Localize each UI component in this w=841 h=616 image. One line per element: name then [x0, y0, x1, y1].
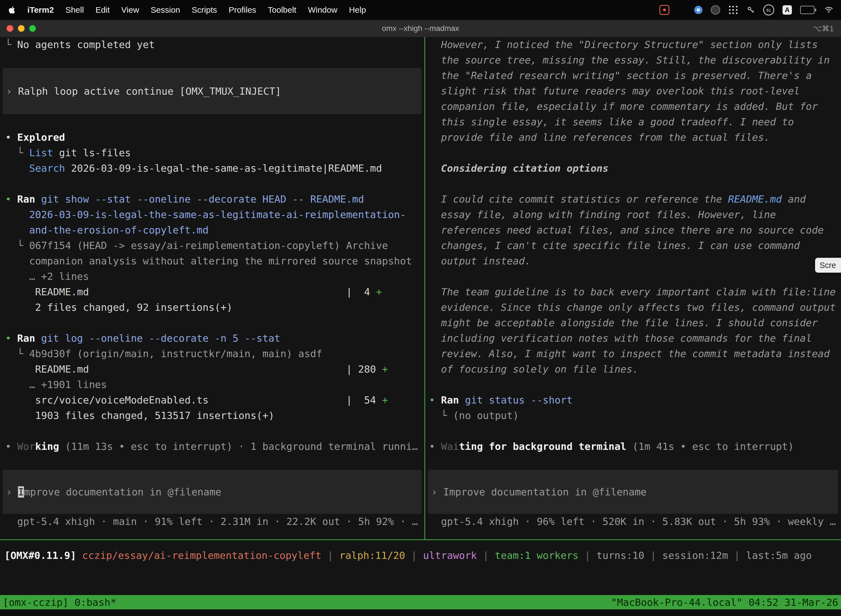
terminal-line: might be acceptable alongside the file l…	[425, 315, 841, 331]
blank-line	[425, 377, 841, 392]
terminal-line: └ No agents completed yet	[0, 37, 424, 53]
terminal-line: • Explored	[0, 130, 424, 145]
terminal-line: • Ran git log --oneline --decorate -n 5 …	[0, 331, 424, 346]
terminal: └ No agents completed yet› Ralph loop ac…	[0, 37, 841, 539]
terminal-line: the source tree, missing the essay. Stil…	[425, 53, 841, 68]
tmux-session-window[interactable]: [omx-cczip] 0:bash*	[3, 597, 116, 608]
terminal-line: the "Related research writing" section i…	[425, 68, 841, 84]
terminal-line: review. Also, I might want to inspect th…	[425, 346, 841, 362]
terminal-line: companion analysis without altering the …	[0, 253, 424, 269]
grid-app-icon[interactable]	[678, 6, 686, 14]
blank-line	[425, 176, 841, 192]
terminal-line: slight risk that future readers may over…	[425, 84, 841, 99]
blue-app-icon[interactable]	[694, 6, 702, 14]
terminal-line: gpt-5.4 xhigh · main · 91% left · 2.31M …	[0, 514, 424, 529]
terminal-line: └ 4b9d30f (origin/main, instructkr/main,…	[0, 346, 424, 362]
terminal-line: Search 2026-03-09-is-legal-the-same-as-l…	[0, 161, 424, 176]
terminal-line: • Waiting for background terminal (1m 41…	[425, 439, 841, 454]
terminal-line: 2 files changed, 92 insertions(+)	[0, 300, 424, 315]
battery-icon[interactable]	[800, 6, 816, 14]
terminal-line: … +1901 lines	[0, 377, 424, 392]
blank-line	[0, 53, 424, 68]
terminal-line: evidence. Since this change only affects…	[425, 300, 841, 315]
window-title: omx --xhigh --madmax	[382, 24, 459, 33]
close-button[interactable]	[7, 25, 13, 32]
terminal-line: 1903 files changed, 513517 insertions(+)	[0, 408, 424, 423]
gauge-icon[interactable]: 61	[763, 4, 774, 15]
zoom-button[interactable]	[29, 25, 36, 32]
terminal-line: The team guideline is to back every impo…	[425, 284, 841, 300]
terminal-line: gpt-5.4 xhigh · 96% left · 520K in · 5.8…	[425, 514, 841, 529]
terminal-line: companion file, especially if more comme…	[425, 99, 841, 114]
blank-line	[0, 176, 424, 192]
menu-bar: iTerm2ShellEditViewSessionScriptsProfile…	[0, 0, 841, 20]
menu-session[interactable]: Session	[145, 5, 186, 14]
blank-line	[425, 454, 841, 470]
menu-profiles[interactable]: Profiles	[223, 5, 262, 14]
terminal-line: provide file and line references from th…	[425, 130, 841, 145]
apple-menu-icon[interactable]	[0, 6, 22, 14]
inject-banner: › Ralph loop active continue [OMX_TMUX_I…	[3, 68, 422, 114]
screen: iTerm2ShellEditViewSessionScriptsProfile…	[0, 0, 841, 616]
menu-items: iTerm2ShellEditViewSessionScriptsProfile…	[22, 5, 372, 15]
tmux-host-clock: "MacBook-Pro-44.local" 04:52 31-Mar-26	[611, 597, 838, 608]
terminal-line: README.md | 280 +	[0, 362, 424, 377]
traffic-lights	[7, 25, 36, 32]
terminal-line: • Ran git show --stat --oneline --decora…	[0, 192, 424, 207]
terminal-line: of focusing solely on file lines.	[425, 362, 841, 377]
terminal-line: essay file, along with finding root file…	[425, 207, 841, 223]
blank-line	[0, 315, 424, 331]
terminal-line: src/voice/voiceModeEnabled.ts | 54 +	[0, 392, 424, 408]
blank-line	[425, 269, 841, 284]
left-pane[interactable]: └ No agents completed yet› Ralph loop ac…	[0, 37, 424, 539]
dark-app-icon[interactable]	[711, 5, 720, 15]
key-icon[interactable]	[747, 6, 755, 14]
blank-line	[425, 423, 841, 439]
omx-status-pane: [OMX#0.11.9] cczip/essay/ai-reimplementa…	[0, 540, 841, 595]
title-bar: omx --xhigh --madmax ⌥⌘1	[0, 20, 841, 37]
terminal-line: README.md | 4 +	[0, 284, 424, 300]
blank-line	[0, 423, 424, 439]
menu-help[interactable]: Help	[343, 5, 372, 14]
dots-grid-icon[interactable]	[728, 5, 738, 15]
terminal-line: • Working (11m 13s • esc to interrupt) ·…	[0, 439, 424, 454]
menu-scripts[interactable]: Scripts	[186, 5, 223, 14]
menu-shell[interactable]: Shell	[60, 5, 90, 14]
terminal-line: I could cite commit statistics or refere…	[425, 192, 841, 207]
window-shortcut: ⌥⌘1	[813, 24, 834, 33]
terminal-line: • Ran git status --short	[425, 392, 841, 408]
bottom-gap	[0, 609, 841, 616]
blank-line	[0, 114, 424, 130]
screen-share-tab[interactable]: Scre	[815, 258, 841, 273]
screen-recording-indicator-icon[interactable]	[659, 5, 670, 15]
terminal-line: Considering citation options	[425, 161, 841, 176]
terminal-line: including verification notes with those …	[425, 331, 841, 346]
terminal-line: references need actual files, and since …	[425, 223, 841, 238]
terminal-line: and-the-erosion-of-copyleft.md	[0, 223, 424, 238]
menu-toolbelt[interactable]: Toolbelt	[262, 5, 302, 14]
blank-line	[425, 145, 841, 161]
terminal-line: └ (no output)	[425, 408, 841, 423]
menu-view[interactable]: View	[116, 5, 145, 14]
terminal-line: └ List git ls-files	[0, 145, 424, 161]
omx-status-line: [OMX#0.11.9] cczip/essay/ai-reimplementa…	[0, 540, 841, 563]
menu-iterm2[interactable]: iTerm2	[22, 5, 60, 14]
blank-line	[0, 454, 424, 470]
terminal-line: output instead.	[425, 253, 841, 269]
minimize-button[interactable]	[18, 25, 25, 32]
input-source-icon[interactable]: A	[782, 5, 792, 15]
right-pane[interactable]: However, I noticed the "Directory Struct…	[425, 37, 841, 539]
terminal-line: changes, I can't cite specific file line…	[425, 238, 841, 253]
terminal-line: └ 067f154 (HEAD -> essay/ai-reimplementa…	[0, 238, 424, 253]
tmux-status-bar: [omx-cczip] 0:bash* "MacBook-Pro-44.loca…	[0, 595, 841, 609]
menu-edit[interactable]: Edit	[90, 5, 116, 14]
terminal-line: this single essay, it seems like a good …	[425, 114, 841, 130]
terminal-line: … +2 lines	[0, 269, 424, 284]
terminal-line: However, I noticed the "Directory Struct…	[425, 37, 841, 53]
menu-window[interactable]: Window	[302, 5, 343, 14]
terminal-line: 2026-03-09-is-legal-the-same-as-legitima…	[0, 207, 424, 223]
menubar-status-icons: 61 A	[659, 4, 841, 15]
prompt-input[interactable]: › Improve documentation in @filename	[428, 470, 838, 514]
prompt-input[interactable]: › Improve documentation in @filename	[3, 470, 422, 514]
wifi-icon[interactable]	[825, 6, 833, 13]
